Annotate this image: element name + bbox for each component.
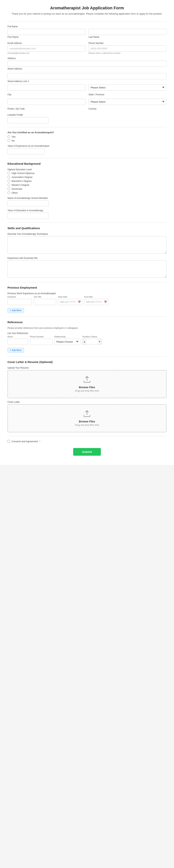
cert-yes-radio[interactable] — [7, 135, 10, 138]
state-col: Please Select — [88, 85, 167, 91]
submit-button[interactable]: Submit — [73, 448, 101, 456]
consent-checkbox[interactable] — [7, 440, 10, 443]
edu-years-group: Years of Education in Aromatherapy — [7, 209, 167, 219]
cover-upload-icon — [83, 410, 91, 418]
edu-level-radio-0[interactable] — [7, 172, 10, 175]
edu-level-option-2[interactable]: Bachelor's Degree — [7, 180, 167, 182]
employment-add-more-button[interactable]: + Add More — [7, 308, 24, 313]
reference-row: Name Phone Number Relationship Please Ch… — [7, 336, 167, 345]
country-select[interactable]: Please Select — [88, 99, 167, 105]
state-label: State / Province — [88, 93, 167, 96]
school-name-label: Name of Aromatherapy School Attended — [7, 197, 167, 199]
cover-letter-upload-area[interactable]: Browse Files Drag and drop files here — [7, 404, 167, 432]
ref-duration-col: Duration (Years) ▲ ▼ — [82, 336, 102, 345]
consent-required-marker: * — [39, 440, 40, 443]
end-date-input[interactable] — [84, 299, 109, 305]
cert-yes-option[interactable]: Yes — [7, 135, 167, 138]
employer-input[interactable] — [7, 299, 32, 305]
consent-checkbox-label[interactable]: Consent and Agreement * — [7, 440, 167, 443]
stepper-up-button[interactable]: ▼ — [98, 339, 102, 345]
resume-group: Upload Your Resume Browse Files Drag and… — [7, 367, 167, 398]
cert-no-radio[interactable] — [7, 139, 10, 142]
email-input[interactable] — [7, 45, 86, 52]
techniques-textarea[interactable] — [7, 236, 167, 254]
phone-col: Phone Number Please enter a valid phone … — [88, 42, 167, 54]
email-hint: example@example.com — [7, 52, 30, 54]
last-name-label: Last Name — [88, 36, 167, 38]
experience-input[interactable] — [7, 148, 45, 154]
start-date-col: Start Date 📅 — [58, 296, 82, 305]
ref-name-col: Name — [7, 336, 28, 345]
full-name-label: Full Name — [7, 25, 167, 28]
cert-no-option[interactable]: No — [7, 139, 167, 142]
edu-level-option-3[interactable]: Master's Degree — [7, 184, 167, 186]
street1-label: Street Address — [7, 67, 167, 70]
resume-drag-hint: Drag and drop files here — [75, 390, 99, 392]
edu-level-radio-4[interactable] — [7, 187, 10, 190]
last-name-input[interactable] — [88, 29, 167, 35]
state-select[interactable]: Please Select — [88, 85, 167, 91]
edu-level-option-4[interactable]: Doctorate — [7, 187, 167, 190]
zip-input[interactable] — [7, 99, 86, 105]
resume-upload-area[interactable]: Browse Files Drag and drop files here — [7, 370, 167, 398]
email-phone-row: Email Address example@example.com Phone … — [7, 42, 167, 54]
country-label-col: Country — [88, 107, 167, 111]
ref-phone-col: Phone Number — [30, 336, 52, 345]
cover-letter-group: Cover Letter Browse Files Drag and drop … — [7, 401, 167, 432]
city-input[interactable] — [7, 85, 86, 91]
start-date-input[interactable] — [58, 299, 82, 305]
city-col — [7, 85, 86, 91]
employment-row: Employer Job Title Start Date 📅 End Date… — [7, 296, 167, 305]
resume-upload-icon — [83, 376, 91, 384]
edu-level-label-3: Master's Degree — [11, 184, 29, 186]
page-subtitle: Thank you for your interest in joining o… — [7, 12, 167, 16]
stepper-down-button[interactable]: ▲ — [82, 339, 86, 345]
resume-label: Upload Your Resume — [7, 367, 167, 369]
edu-level-radio-5[interactable] — [7, 191, 10, 194]
ref-phone-label: Phone Number — [30, 336, 52, 338]
edu-level-radio-3[interactable] — [7, 184, 10, 186]
edu-level-radio-1[interactable] — [7, 176, 10, 178]
certification-radio-group: Yes No — [7, 135, 167, 142]
edu-level-radio-2[interactable] — [7, 180, 10, 182]
first-name-input[interactable] — [7, 29, 86, 35]
edu-level-option-1[interactable]: Associate's Degree — [7, 176, 167, 179]
edu-level-option-0[interactable]: High School Diploma — [7, 172, 167, 175]
phone-input[interactable] — [88, 45, 167, 52]
edu-years-input[interactable] — [7, 213, 49, 219]
essential-oils-label: Experience with Essential Oils — [7, 257, 167, 259]
ref-name-input[interactable] — [7, 339, 28, 345]
edu-level-label-0: High School Diploma — [11, 172, 34, 175]
school-name-group: Name of Aromatherapy School Attended — [7, 197, 167, 207]
start-date-wrap: 📅 — [58, 299, 82, 305]
experience-label: Years of Experience as an Aromatherapist — [7, 145, 167, 147]
school-name-input[interactable] — [7, 200, 49, 207]
linkedin-input[interactable] — [7, 117, 49, 123]
ref-relationship-select[interactable]: Please ChooseEmployerColleagueMentorOthe… — [54, 339, 81, 345]
certification-label: Are You Certified as an Aromatherapist? — [7, 131, 167, 134]
cert-yes-label: Yes — [11, 135, 16, 138]
certification-group: Are You Certified as an Aromatherapist? … — [7, 131, 167, 142]
consent-text: Consent and Agreement — [11, 440, 38, 443]
education-level-group: Highest Education Level High School Dipl… — [7, 168, 167, 194]
street2-input[interactable] — [7, 73, 167, 79]
education-title: Educational Background — [7, 162, 167, 165]
edu-level-label-5: Other — [11, 191, 18, 194]
resume-browse-label: Browse Files — [79, 386, 95, 389]
ref-phone-input[interactable] — [30, 339, 52, 345]
linkedin-label: LinkedIn Profile — [7, 114, 167, 116]
ref-duration-input[interactable] — [86, 339, 98, 344]
references-add-more-button[interactable]: + Add More — [7, 348, 24, 353]
phone-hint: Please enter a valid phone number. — [88, 52, 121, 54]
education-level-label: Highest Education Level — [7, 168, 167, 171]
employer-label: Employer — [7, 296, 32, 298]
first-name-label: First Name — [7, 36, 86, 38]
essential-oils-textarea[interactable] — [7, 260, 167, 278]
end-date-col: End Date 📅 — [84, 296, 109, 305]
city-label-col: City — [7, 93, 86, 97]
linkedin-group: LinkedIn Profile — [7, 114, 167, 123]
job-title-input[interactable] — [34, 299, 56, 305]
street1-input[interactable] — [7, 61, 167, 67]
edu-level-option-5[interactable]: Other — [7, 191, 167, 194]
references-group: List Your References Name Phone Number R… — [7, 332, 167, 353]
